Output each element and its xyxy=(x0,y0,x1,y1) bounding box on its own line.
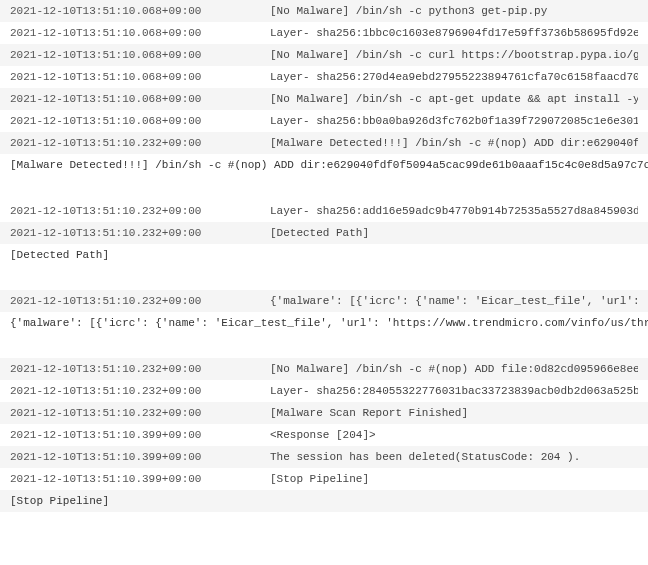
log-row: 2021-12-10T13:51:10.068+09:00[No Malware… xyxy=(0,0,648,22)
log-row: 2021-12-10T13:51:10.399+09:00[Stop Pipel… xyxy=(0,468,648,490)
log-row: 2021-12-10T13:51:10.068+09:00Layer- sha2… xyxy=(0,66,648,88)
log-message: [Detected Path] xyxy=(270,227,638,239)
log-row: 2021-12-10T13:51:10.232+09:00Layer- sha2… xyxy=(0,380,648,402)
log-row: 2021-12-10T13:51:10.068+09:00[No Malware… xyxy=(0,44,648,66)
log-row: 2021-12-10T13:51:10.068+09:00Layer- sha2… xyxy=(0,22,648,44)
log-row: 2021-12-10T13:51:10.068+09:00[No Malware… xyxy=(0,88,648,110)
log-row: 2021-12-10T13:51:10.232+09:00[No Malware… xyxy=(0,358,648,380)
spacer xyxy=(0,176,648,200)
log-timestamp: 2021-12-10T13:51:10.068+09:00 xyxy=(10,27,270,39)
log-message: [No Malware] /bin/sh -c curl https://boo… xyxy=(270,49,638,61)
log-timestamp: 2021-12-10T13:51:10.068+09:00 xyxy=(10,5,270,17)
log-wrap-text: [Detected Path] xyxy=(10,249,109,261)
log-row: 2021-12-10T13:51:10.068+09:00Layer- sha2… xyxy=(0,110,648,132)
log-timestamp: 2021-12-10T13:51:10.232+09:00 xyxy=(10,385,270,397)
log-timestamp: 2021-12-10T13:51:10.232+09:00 xyxy=(10,227,270,239)
log-message: [No Malware] /bin/sh -c apt-get update &… xyxy=(270,93,638,105)
log-timestamp: 2021-12-10T13:51:10.399+09:00 xyxy=(10,429,270,441)
log-container: 2021-12-10T13:51:10.068+09:00[No Malware… xyxy=(0,0,648,512)
log-timestamp: 2021-12-10T13:51:10.232+09:00 xyxy=(10,407,270,419)
log-row-wrap: [Detected Path] xyxy=(0,244,648,266)
log-row-highlight: [Malware Detected!!!] /bin/sh -c #(nop) … xyxy=(0,154,648,176)
log-message: [Malware Detected!!!] /bin/sh -c #(nop) … xyxy=(270,137,638,149)
log-timestamp: 2021-12-10T13:51:10.068+09:00 xyxy=(10,71,270,83)
log-row-wrap: {'malware': [{'icrc': {'name': 'Eicar_te… xyxy=(0,312,648,334)
log-message: Layer- sha256:284055322776031bac33723839… xyxy=(270,385,638,397)
log-message: Layer- sha256:bb0a0ba926d3fc762b0f1a39f7… xyxy=(270,115,638,127)
log-message: [Stop Pipeline] xyxy=(270,473,638,485)
log-timestamp: 2021-12-10T13:51:10.399+09:00 xyxy=(10,451,270,463)
log-message: Layer- sha256:add16e59adc9b4770b914b7253… xyxy=(270,205,638,217)
log-row: 2021-12-10T13:51:10.232+09:00Layer- sha2… xyxy=(0,200,648,222)
log-timestamp: 2021-12-10T13:51:10.068+09:00 xyxy=(10,93,270,105)
log-wrap-text: [Malware Detected!!!] /bin/sh -c #(nop) … xyxy=(10,159,648,171)
log-row: 2021-12-10T13:51:10.232+09:00[Malware De… xyxy=(0,132,648,154)
log-message: <Response [204]> xyxy=(270,429,638,441)
log-message: The session has been deleted(StatusCode:… xyxy=(270,451,638,463)
log-message: [No Malware] /bin/sh -c #(nop) ADD file:… xyxy=(270,363,638,375)
log-timestamp: 2021-12-10T13:51:10.232+09:00 xyxy=(10,137,270,149)
log-timestamp: 2021-12-10T13:51:10.068+09:00 xyxy=(10,115,270,127)
log-message: {'malware': [{'icrc': {'name': 'Eicar_te… xyxy=(270,295,638,307)
log-message: Layer- sha256:1bbc0c1603e8796904fd17e59f… xyxy=(270,27,638,39)
log-row: 2021-12-10T13:51:10.232+09:00{'malware':… xyxy=(0,290,648,312)
log-message: [No Malware] /bin/sh -c python3 get-pip.… xyxy=(270,5,638,17)
log-timestamp: 2021-12-10T13:51:10.232+09:00 xyxy=(10,363,270,375)
spacer xyxy=(0,266,648,290)
log-row: 2021-12-10T13:51:10.399+09:00The session… xyxy=(0,446,648,468)
log-row: 2021-12-10T13:51:10.232+09:00[Malware Sc… xyxy=(0,402,648,424)
log-timestamp: 2021-12-10T13:51:10.232+09:00 xyxy=(10,295,270,307)
log-wrap-text: {'malware': [{'icrc': {'name': 'Eicar_te… xyxy=(10,317,648,329)
log-wrap-text: [Stop Pipeline] xyxy=(10,495,109,507)
log-message: [Malware Scan Report Finished] xyxy=(270,407,638,419)
log-timestamp: 2021-12-10T13:51:10.232+09:00 xyxy=(10,205,270,217)
log-row-wrap: [Stop Pipeline] xyxy=(0,490,648,512)
log-timestamp: 2021-12-10T13:51:10.068+09:00 xyxy=(10,49,270,61)
log-row: 2021-12-10T13:51:10.232+09:00[Detected P… xyxy=(0,222,648,244)
spacer xyxy=(0,334,648,358)
log-row: 2021-12-10T13:51:10.399+09:00<Response [… xyxy=(0,424,648,446)
log-timestamp: 2021-12-10T13:51:10.399+09:00 xyxy=(10,473,270,485)
log-message: Layer- sha256:270d4ea9ebd27955223894761c… xyxy=(270,71,638,83)
